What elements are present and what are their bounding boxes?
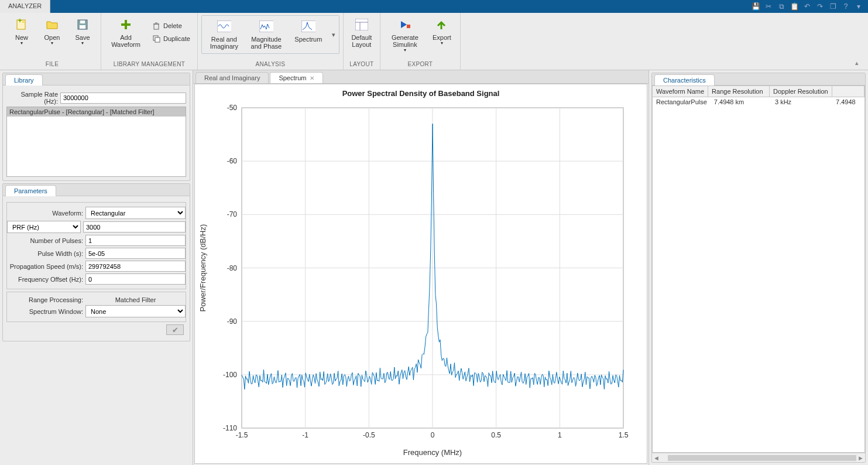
tab-spectrum[interactable]: Spectrum✕ bbox=[270, 72, 323, 83]
library-tab[interactable]: Library bbox=[5, 74, 43, 86]
sample-rate-label: Sample Rate (Hz): bbox=[6, 91, 58, 105]
apply-button[interactable]: ✔ bbox=[166, 324, 184, 335]
svg-text:-110: -110 bbox=[223, 424, 237, 432]
svg-text:-70: -70 bbox=[227, 210, 238, 218]
delete-button[interactable]: Delete bbox=[148, 20, 194, 32]
svg-rect-7 bbox=[217, 20, 231, 32]
svg-text:Frequency (MHz): Frequency (MHz) bbox=[403, 448, 462, 457]
svg-text:-90: -90 bbox=[227, 317, 238, 326]
plus-icon bbox=[119, 18, 133, 32]
svg-text:-1: -1 bbox=[302, 431, 308, 439]
generate-simulink-button[interactable]: Generate Simulink▾ bbox=[384, 15, 426, 56]
redo-icon[interactable]: ↷ bbox=[815, 2, 825, 11]
propagation-speed-input[interactable] bbox=[85, 261, 186, 272]
prf-input[interactable] bbox=[83, 221, 186, 232]
open-icon bbox=[45, 18, 59, 32]
simulink-icon bbox=[398, 18, 412, 32]
ribbon-tab-analyzer[interactable]: ANALYZER bbox=[0, 0, 50, 13]
svg-rect-3 bbox=[80, 20, 85, 23]
psd-chart: -1.5-1-0.500.511.5-110-100-90-80-70-60-5… bbox=[195, 84, 647, 463]
waveform-select[interactable]: Rectangular bbox=[85, 207, 186, 219]
prf-select[interactable]: PRF (Hz) bbox=[7, 221, 81, 233]
open-button[interactable]: Open▾ bbox=[37, 15, 67, 49]
check-icon: ✔ bbox=[172, 326, 179, 334]
parameters-tab[interactable]: Parameters bbox=[5, 185, 56, 196]
svg-rect-0 bbox=[17, 20, 25, 29]
waveform-list-item[interactable]: RectangularPulse - [Rectangular] - [Matc… bbox=[7, 107, 186, 117]
parameters-panel: Parameters Waveform: Rectangular PRF (Hz… bbox=[2, 183, 190, 341]
col-range-resolution[interactable]: Range Resolution bbox=[708, 86, 770, 97]
save-button[interactable]: Save▾ bbox=[68, 15, 97, 49]
plot-area: Power Spectral Density of Baseband Signa… bbox=[194, 84, 647, 464]
export-icon bbox=[435, 18, 449, 32]
close-icon[interactable]: ✕ bbox=[310, 75, 314, 81]
export-button[interactable]: Export▾ bbox=[427, 15, 457, 49]
pulse-width-input[interactable] bbox=[85, 248, 186, 259]
svg-rect-13 bbox=[407, 25, 410, 28]
ribbon-group-file: New▾ Open▾ Save▾ FILE bbox=[4, 13, 101, 70]
real-imaginary-button[interactable]: Real and Imaginary bbox=[203, 17, 245, 52]
ribbon-toolbar: New▾ Open▾ Save▾ FILE Add Waveform Delet… bbox=[0, 13, 868, 70]
svg-rect-10 bbox=[355, 19, 368, 30]
sample-rate-input[interactable] bbox=[60, 93, 186, 104]
svg-text:-60: -60 bbox=[227, 157, 238, 165]
center-pane: Real and Imaginary Spectrum✕ Power Spect… bbox=[193, 70, 649, 465]
svg-text:1.5: 1.5 bbox=[619, 431, 629, 439]
titlebar-actions: 💾 ✂ ⧉ 📋 ↶ ↷ ❐ ? ▾ bbox=[746, 0, 868, 13]
add-waveform-button[interactable]: Add Waveform bbox=[105, 15, 147, 50]
ribbon-group-analysis: Real and Imaginary Magnitude and Phase S… bbox=[198, 13, 344, 70]
num-pulses-input[interactable] bbox=[85, 235, 186, 246]
library-panel: Library Sample Rate (Hz): RectangularPul… bbox=[2, 73, 190, 181]
spectrum-button[interactable]: Spectrum bbox=[287, 17, 330, 52]
cut-icon[interactable]: ✂ bbox=[764, 2, 773, 11]
ribbon-expand-icon[interactable]: ▴ bbox=[855, 59, 863, 67]
svg-text:0.5: 0.5 bbox=[491, 431, 501, 439]
help-icon[interactable]: ? bbox=[841, 2, 850, 11]
paste-icon[interactable]: 📋 bbox=[790, 2, 799, 11]
svg-rect-4 bbox=[154, 24, 159, 29]
undo-icon[interactable]: ↶ bbox=[802, 2, 812, 11]
col-waveform-name[interactable]: Waveform Name bbox=[653, 86, 708, 97]
ribbon-group-export: Generate Simulink▾ Export▾ EXPORT bbox=[380, 13, 461, 70]
layout-icon bbox=[355, 18, 369, 32]
duplicate-icon bbox=[152, 34, 161, 43]
trash-icon bbox=[152, 21, 161, 30]
spectrum-icon bbox=[301, 19, 315, 33]
svg-text:-0.5: -0.5 bbox=[363, 431, 375, 439]
frequency-offset-input[interactable] bbox=[85, 273, 186, 285]
title-bar: ANALYZER 💾 ✂ ⧉ 📋 ↶ ↷ ❐ ? ▾ bbox=[0, 0, 868, 13]
copy-icon[interactable]: ⧉ bbox=[777, 2, 786, 11]
real-imag-icon bbox=[217, 19, 231, 33]
spectrum-window-select[interactable]: None bbox=[85, 305, 186, 317]
col-doppler-resolution[interactable]: Doppler Resolution bbox=[770, 86, 832, 97]
dropdown-arrow-icon[interactable]: ▾ bbox=[854, 2, 863, 11]
table-header: Waveform Name Range Resolution Doppler R… bbox=[653, 86, 864, 97]
svg-text:Power/Frequency (dB/Hz): Power/Frequency (dB/Hz) bbox=[198, 224, 207, 312]
tab-real-imaginary[interactable]: Real and Imaginary bbox=[195, 72, 269, 83]
left-pane: Library Sample Rate (Hz): RectangularPul… bbox=[0, 70, 193, 465]
svg-rect-6 bbox=[155, 37, 160, 42]
range-processing-value: Matched Filter bbox=[85, 296, 186, 303]
waveform-list[interactable]: RectangularPulse - [Rectangular] - [Matc… bbox=[6, 107, 186, 177]
save-icon bbox=[76, 18, 90, 32]
table-row[interactable]: RectangularPulse 7.4948 km 3 kHz 7.4948 bbox=[653, 97, 864, 107]
unpin-icon[interactable]: ❐ bbox=[828, 2, 838, 11]
svg-text:0: 0 bbox=[431, 431, 435, 439]
mag-phase-icon bbox=[259, 19, 273, 33]
save-icon[interactable]: 💾 bbox=[751, 2, 760, 11]
right-pane: Characteristics Waveform Name Range Reso… bbox=[649, 70, 868, 465]
characteristics-table: Waveform Name Range Resolution Doppler R… bbox=[652, 86, 865, 453]
svg-rect-2 bbox=[80, 25, 85, 29]
new-icon bbox=[15, 18, 29, 32]
plot-tabs: Real and Imaginary Spectrum✕ bbox=[193, 70, 649, 84]
horizontal-scrollbar[interactable]: ◄► bbox=[652, 453, 865, 462]
duplicate-button[interactable]: Duplicate bbox=[148, 33, 194, 45]
new-button[interactable]: New▾ bbox=[7, 15, 36, 49]
svg-text:-100: -100 bbox=[223, 371, 237, 379]
characteristics-tab[interactable]: Characteristics bbox=[654, 74, 715, 86]
default-layout-button[interactable]: Default Layout bbox=[347, 15, 376, 50]
characteristics-panel: Characteristics Waveform Name Range Reso… bbox=[651, 73, 866, 463]
magnitude-phase-button[interactable]: Magnitude and Phase bbox=[245, 17, 287, 52]
svg-text:-50: -50 bbox=[227, 104, 238, 112]
analysis-dropdown-icon[interactable]: ▾ bbox=[330, 17, 338, 52]
